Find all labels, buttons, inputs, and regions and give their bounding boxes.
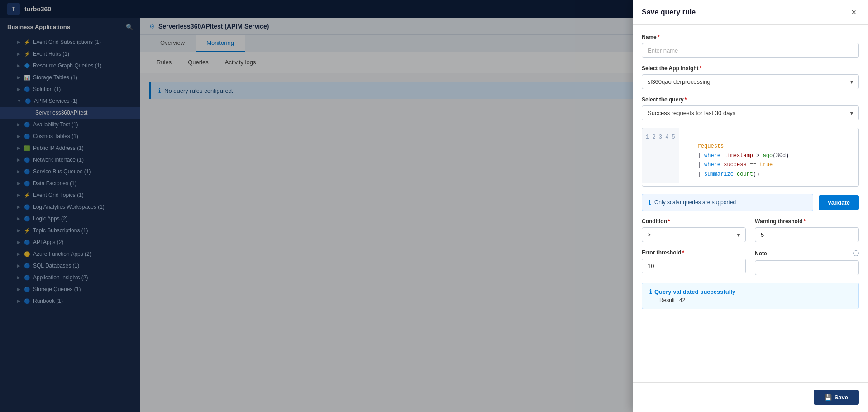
- modal-body: Name* Select the App Insight* sl360qaord…: [633, 25, 868, 382]
- warning-threshold-label: Warning threshold*: [755, 218, 859, 225]
- scalar-info-banner: ℹ Only scalar queries are supported: [642, 194, 813, 211]
- note-label: Note: [755, 250, 767, 257]
- modal-footer: 💾 Save: [633, 382, 868, 412]
- warning-threshold-input[interactable]: [755, 227, 859, 242]
- code-editor: 1 2 3 4 5 requests | where timestamp > a…: [642, 128, 859, 187]
- success-banner-title: ℹ Query validated successfully: [649, 288, 851, 295]
- modal-title: Save query rule: [642, 8, 696, 16]
- error-threshold-group: Error threshold*: [642, 249, 746, 275]
- condition-select-wrapper: > < >= <= == ▼: [642, 227, 746, 242]
- error-threshold-input[interactable]: [642, 259, 746, 273]
- condition-select[interactable]: > < >= <= ==: [642, 227, 746, 242]
- warning-threshold-group: Warning threshold*: [755, 218, 859, 242]
- app-insight-label: Select the App Insight*: [642, 65, 859, 72]
- validate-button[interactable]: Validate: [819, 195, 859, 210]
- save-button[interactable]: 💾 Save: [814, 390, 859, 405]
- error-threshold-label: Error threshold*: [642, 249, 746, 256]
- note-group: Note ⓘ: [755, 249, 859, 275]
- code-editor-inner: 1 2 3 4 5 requests | where timestamp > a…: [642, 128, 858, 183]
- query-select[interactable]: Success requests for last 30 days: [642, 105, 859, 120]
- note-info-icon[interactable]: ⓘ: [853, 249, 859, 258]
- condition-warning-row: Condition* > < >= <= == ▼ Warning thresh…: [642, 218, 859, 242]
- modal-close-button[interactable]: ×: [849, 7, 859, 17]
- success-banner: ℹ Query validated successfully Result : …: [642, 283, 859, 309]
- name-field-group: Name*: [642, 34, 859, 58]
- info-validate-row: ℹ Only scalar queries are supported Vali…: [642, 194, 859, 211]
- modal-header: Save query rule ×: [633, 0, 868, 25]
- app-insight-field-group: Select the App Insight* sl360qaorderproc…: [642, 65, 859, 89]
- note-input[interactable]: [755, 260, 859, 275]
- name-input[interactable]: [642, 43, 859, 58]
- line-numbers: 1 2 3 4 5: [642, 128, 679, 183]
- info-circle-icon: ℹ: [649, 199, 651, 206]
- app-insight-select[interactable]: sl360qaorderprocessing: [642, 74, 859, 89]
- error-note-row: Error threshold* Note ⓘ: [642, 249, 859, 275]
- save-query-rule-modal: Save query rule × Name* Select the App I…: [633, 0, 868, 412]
- query-label: Select the query*: [642, 96, 859, 103]
- name-label: Name*: [642, 34, 859, 40]
- success-result: Result : 42: [649, 297, 851, 303]
- save-disk-icon: 💾: [825, 394, 832, 401]
- success-info-icon: ℹ: [649, 288, 652, 295]
- code-editor-group: 1 2 3 4 5 requests | where timestamp > a…: [642, 128, 859, 187]
- note-label-row: Note ⓘ: [755, 249, 859, 258]
- condition-label: Condition*: [642, 218, 746, 225]
- condition-group: Condition* > < >= <= == ▼: [642, 218, 746, 242]
- app-insight-select-wrapper: sl360qaorderprocessing ▼: [642, 74, 859, 89]
- query-field-group: Select the query* Success requests for l…: [642, 96, 859, 120]
- scalar-info-text: Only scalar queries are supported: [654, 199, 736, 206]
- code-content[interactable]: requests | where timestamp > ago(30d) | …: [679, 128, 858, 183]
- query-select-wrapper: Success requests for last 30 days ▼: [642, 105, 859, 120]
